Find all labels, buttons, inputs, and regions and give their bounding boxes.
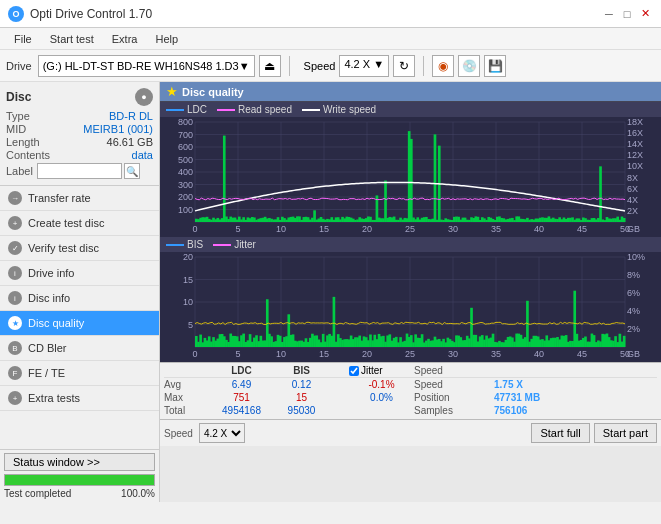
menu-help[interactable]: Help [147, 31, 186, 47]
speed-dropdown[interactable]: 4.2 X [199, 423, 245, 443]
label-key: Label [6, 165, 33, 177]
status-window-button[interactable]: Status window >> [4, 453, 155, 471]
sidebar-item-disc-info[interactable]: i Disc info [0, 286, 159, 311]
read-speed-label: Read speed [238, 104, 292, 115]
sidebar-item-disc-quality[interactable]: ★ Disc quality [0, 311, 159, 336]
verify-test-disc-label: Verify test disc [28, 242, 99, 254]
sidebar-spacer [0, 411, 159, 449]
disc-panel: Disc ● Type BD-R DL MID MEIRB1 (001) Len… [0, 82, 159, 186]
maximize-button[interactable]: □ [619, 6, 635, 22]
eject-button[interactable]: ⏏ [259, 55, 281, 77]
refresh-button[interactable]: ↻ [393, 55, 415, 77]
avg-speed: 1.75 X [494, 379, 564, 390]
sidebar: Disc ● Type BD-R DL MID MEIRB1 (001) Len… [0, 82, 160, 502]
disc-title: Disc [6, 90, 31, 104]
title-bar: O Opti Drive Control 1.70 ─ □ ✕ [0, 0, 661, 28]
speed-label: Speed [304, 60, 336, 72]
write-speed-legend: Write speed [302, 104, 376, 115]
speed-dropdown-label: Speed [164, 428, 193, 439]
start-full-button[interactable]: Start full [531, 423, 589, 443]
menu-bar: File Start test Extra Help [0, 28, 661, 50]
bis-legend: BIS [166, 239, 203, 250]
burn-button[interactable]: ◉ [432, 55, 454, 77]
disc-quality-label: Disc quality [28, 317, 84, 329]
samples-label: Samples [414, 405, 494, 416]
top-legend: LDC Read speed Write speed [160, 102, 661, 117]
sidebar-item-drive-info[interactable]: i Drive info [0, 261, 159, 286]
read-speed-color [217, 109, 235, 111]
create-test-disc-icon: + [8, 216, 22, 230]
start-part-button[interactable]: Start part [594, 423, 657, 443]
drive-select[interactable]: (G:) HL-DT-ST BD-RE WH16NS48 1.D3 ▼ [38, 55, 255, 77]
menu-start-test[interactable]: Start test [42, 31, 102, 47]
speed-select[interactable]: 4.2 X ▼ [339, 55, 389, 77]
disc-type-row: Type BD-R DL [6, 110, 153, 122]
max-position: 47731 MB [494, 392, 564, 403]
ldc-color [166, 109, 184, 111]
close-button[interactable]: ✕ [637, 6, 653, 22]
avg-bis: 0.12 [274, 379, 329, 390]
sidebar-item-transfer-rate[interactable]: → Transfer rate [0, 186, 159, 211]
sidebar-item-create-test-disc[interactable]: + Create test disc [0, 211, 159, 236]
disc-length-row: Length 46.61 GB [6, 136, 153, 148]
contents-val: data [132, 149, 153, 161]
ldc-label: LDC [187, 104, 207, 115]
max-jitter: 0.0% [349, 392, 414, 403]
action-bar: Speed 4.2 X Start full Start part [160, 419, 661, 446]
transfer-rate-label: Transfer rate [28, 192, 91, 204]
ldc-legend: LDC [166, 104, 207, 115]
total-bis: 95030 [274, 405, 329, 416]
disc-label-row: Label 🔍 [6, 163, 153, 179]
length-val: 46.61 GB [107, 136, 153, 148]
max-ldc: 751 [209, 392, 274, 403]
speed-label-row: Speed [414, 379, 494, 390]
action-buttons: Start full Start part [531, 423, 657, 443]
avg-ldc: 6.49 [209, 379, 274, 390]
disc-mid-row: MID MEIRB1 (001) [6, 123, 153, 135]
drive-info-icon: i [8, 266, 22, 280]
sidebar-item-extra-tests[interactable]: + Extra tests [0, 386, 159, 411]
sidebar-item-verify-test-disc[interactable]: ✓ Verify test disc [0, 236, 159, 261]
label-search-button[interactable]: 🔍 [124, 163, 140, 179]
disc-info-icon: i [8, 291, 22, 305]
bis-color [166, 244, 184, 246]
max-label: Max [164, 392, 209, 403]
disc-button[interactable]: 💿 [458, 55, 480, 77]
status-text: Test completed [4, 488, 71, 499]
menu-extra[interactable]: Extra [104, 31, 146, 47]
read-speed-legend: Read speed [217, 104, 292, 115]
fe-te-icon: F [8, 366, 22, 380]
sidebar-item-fe-te[interactable]: F FE / TE [0, 361, 159, 386]
status-section: Status window >> Test completed 100.0% [0, 449, 159, 502]
avg-label: Avg [164, 379, 209, 390]
label-input[interactable] [37, 163, 122, 179]
bottom-chart [160, 252, 655, 362]
create-test-disc-label: Create test disc [28, 217, 104, 229]
progress-bar-fill [5, 475, 154, 485]
panel-title-bar: ★ Disc quality [160, 82, 661, 102]
verify-test-disc-icon: ✓ [8, 241, 22, 255]
jitter-color [213, 244, 231, 246]
drive-label: Drive [6, 60, 32, 72]
total-samples: 756106 [494, 405, 564, 416]
bottom-legend: BIS Jitter [160, 237, 661, 252]
separator [289, 56, 290, 76]
save-button[interactable]: 💾 [484, 55, 506, 77]
jitter-legend: Jitter [213, 239, 256, 250]
total-label: Total [164, 405, 209, 416]
type-key: Type [6, 110, 30, 122]
write-speed-color [302, 109, 320, 111]
length-key: Length [6, 136, 40, 148]
disc-info-label: Disc info [28, 292, 70, 304]
sidebar-item-cd-bler[interactable]: B CD Bler [0, 336, 159, 361]
contents-key: Contents [6, 149, 50, 161]
top-chart [160, 117, 655, 237]
jitter-checkbox[interactable] [349, 366, 359, 376]
type-val: BD-R DL [109, 110, 153, 122]
top-chart-area [160, 117, 661, 237]
menu-file[interactable]: File [6, 31, 40, 47]
content-area: ★ Disc quality LDC Read speed Write spee… [160, 82, 661, 502]
ldc-header: LDC [209, 365, 274, 376]
minimize-button[interactable]: ─ [601, 6, 617, 22]
drive-text: (G:) HL-DT-ST BD-RE WH16NS48 1.D3 [43, 60, 239, 72]
